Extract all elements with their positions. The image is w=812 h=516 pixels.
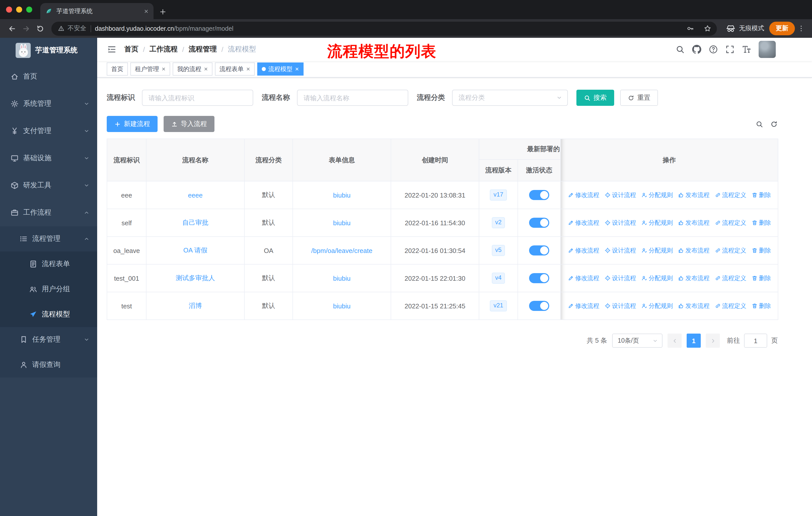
- tag-close-icon[interactable]: [204, 67, 208, 71]
- tag-tenant-management[interactable]: 租户管理: [130, 62, 170, 76]
- goto-page-input[interactable]: [744, 333, 767, 348]
- process-name-link[interactable]: eeee: [188, 191, 203, 199]
- refresh-table-icon[interactable]: [770, 120, 778, 128]
- delete-link[interactable]: 删除: [751, 302, 771, 310]
- tag-close-icon[interactable]: [162, 67, 166, 71]
- process-name-link[interactable]: 自己审批: [182, 219, 208, 226]
- process-id-input[interactable]: [142, 90, 253, 106]
- design-flow-link[interactable]: 设计流程: [604, 302, 636, 310]
- new-tab-button[interactable]: [160, 8, 166, 15]
- prev-page-button[interactable]: [668, 333, 682, 348]
- modify-flow-link[interactable]: 修改流程: [568, 274, 599, 282]
- form-info-link[interactable]: biubiu: [333, 302, 350, 310]
- window-zoom-button[interactable]: [26, 6, 32, 12]
- sidebar-item-system-management[interactable]: 系统管理: [0, 90, 97, 117]
- fullscreen-icon[interactable]: [725, 45, 734, 54]
- forward-icon[interactable]: [19, 21, 33, 35]
- browser-update-button[interactable]: 更新: [769, 22, 795, 35]
- form-info-link[interactable]: biubiu: [333, 219, 350, 226]
- url-bar[interactable]: 不安全 dashboard.yudao.iocoder.cn/bpm/manag…: [51, 21, 717, 35]
- password-key-icon[interactable]: [684, 25, 697, 32]
- create-flow-button[interactable]: 新建流程: [107, 116, 157, 132]
- assign-rule-link[interactable]: 分配规则: [641, 274, 673, 282]
- sidebar-item-user-group[interactable]: 用户分组: [0, 277, 97, 302]
- delete-link[interactable]: 删除: [751, 191, 771, 199]
- reset-button[interactable]: 重置: [620, 90, 658, 106]
- security-indicator[interactable]: 不安全: [58, 24, 86, 33]
- sidebar-item-process-model[interactable]: 流程模型: [0, 302, 97, 327]
- tag-close-icon[interactable]: [295, 67, 299, 71]
- tab-close-icon[interactable]: [144, 9, 148, 13]
- form-info-link[interactable]: biubiu: [333, 191, 350, 199]
- browser-tab[interactable]: 芋道管理系统: [40, 3, 153, 19]
- sidebar-item-infrastructure[interactable]: 基础设施: [0, 145, 97, 172]
- active-toggle[interactable]: [529, 218, 549, 228]
- back-icon[interactable]: [5, 21, 19, 35]
- form-info-link[interactable]: /bpm/oa/leave/create: [311, 247, 373, 254]
- modify-flow-link[interactable]: 修改流程: [568, 191, 599, 199]
- delete-link[interactable]: 删除: [751, 246, 771, 255]
- sidebar-item-process-form[interactable]: 流程表单: [0, 251, 97, 277]
- flow-definition-link[interactable]: 流程定义: [715, 191, 746, 199]
- process-name-input[interactable]: [297, 90, 408, 106]
- modify-flow-link[interactable]: 修改流程: [568, 246, 599, 255]
- active-toggle[interactable]: [529, 301, 549, 311]
- design-flow-link[interactable]: 设计流程: [604, 191, 636, 199]
- publish-flow-link[interactable]: 发布流程: [678, 246, 709, 255]
- active-toggle[interactable]: [529, 245, 549, 255]
- page-number-button[interactable]: 1: [687, 333, 701, 348]
- assign-rule-link[interactable]: 分配规则: [641, 246, 673, 255]
- github-icon[interactable]: [692, 45, 701, 54]
- search-button[interactable]: 搜索: [576, 90, 614, 106]
- publish-flow-link[interactable]: 发布流程: [678, 274, 709, 282]
- browser-menu-icon[interactable]: [795, 25, 807, 32]
- assign-rule-link[interactable]: 分配规则: [641, 302, 673, 310]
- publish-flow-link[interactable]: 发布流程: [678, 191, 709, 199]
- design-flow-link[interactable]: 设计流程: [604, 218, 636, 227]
- publish-flow-link[interactable]: 发布流程: [678, 218, 709, 227]
- window-minimize-button[interactable]: [16, 6, 22, 12]
- tag-process-model[interactable]: 流程模型: [257, 62, 303, 76]
- hamburger-icon[interactable]: [104, 42, 119, 57]
- page-size-select[interactable]: 10条/页: [612, 333, 663, 348]
- active-toggle[interactable]: [529, 190, 549, 200]
- help-icon[interactable]: [709, 45, 718, 54]
- sidebar-item-task-management[interactable]: 任务管理: [0, 327, 97, 352]
- search-icon[interactable]: [675, 45, 685, 54]
- design-flow-link[interactable]: 设计流程: [604, 274, 636, 282]
- sidebar-item-payment-management[interactable]: 支付管理: [0, 117, 97, 145]
- sidebar-item-workflow[interactable]: 工作流程: [0, 199, 97, 226]
- next-page-button[interactable]: [706, 333, 720, 348]
- hide-search-icon[interactable]: [756, 120, 763, 128]
- active-toggle[interactable]: [529, 273, 549, 283]
- flow-definition-link[interactable]: 流程定义: [715, 302, 746, 310]
- process-name-link[interactable]: 测试多审批人: [176, 274, 215, 282]
- sidebar-item-leave-query[interactable]: 请假查询: [0, 352, 97, 377]
- process-name-link[interactable]: 滔博: [189, 302, 202, 309]
- reload-icon[interactable]: [33, 21, 47, 35]
- flow-definition-link[interactable]: 流程定义: [715, 274, 746, 282]
- font-size-icon[interactable]: [742, 45, 751, 54]
- breadcrumb-item[interactable]: 工作流程: [149, 45, 178, 54]
- window-close-button[interactable]: [6, 6, 12, 12]
- modify-flow-link[interactable]: 修改流程: [568, 302, 599, 310]
- sidebar-item-process-management[interactable]: 流程管理: [0, 226, 97, 251]
- flow-definition-link[interactable]: 流程定义: [715, 218, 746, 227]
- tag-my-flows[interactable]: 我的流程: [173, 62, 212, 76]
- assign-rule-link[interactable]: 分配规则: [641, 218, 673, 227]
- bookmark-star-icon[interactable]: [701, 25, 714, 32]
- app-logo[interactable]: 芋道管理系统: [0, 38, 97, 63]
- import-flow-button[interactable]: 导入流程: [164, 116, 214, 132]
- assign-rule-link[interactable]: 分配规则: [641, 191, 673, 199]
- sidebar-item-home[interactable]: 首页: [0, 63, 97, 90]
- flow-definition-link[interactable]: 流程定义: [715, 246, 746, 255]
- process-category-select[interactable]: 流程分类: [452, 90, 568, 106]
- tag-close-icon[interactable]: [246, 67, 250, 71]
- process-name-link[interactable]: OA 请假: [183, 246, 207, 254]
- sidebar-item-dev-tools[interactable]: 研发工具: [0, 172, 97, 199]
- tag-home[interactable]: 首页: [107, 62, 128, 76]
- delete-link[interactable]: 删除: [751, 274, 771, 282]
- form-info-link[interactable]: biubiu: [333, 274, 350, 282]
- delete-link[interactable]: 删除: [751, 218, 771, 227]
- design-flow-link[interactable]: 设计流程: [604, 246, 636, 255]
